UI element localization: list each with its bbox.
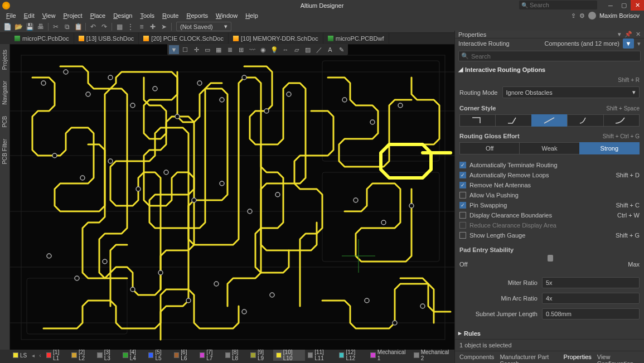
checkbox[interactable]: ✓	[459, 162, 466, 168]
layer-tab[interactable]: [1] L1	[43, 350, 69, 361]
menu-file[interactable]: File	[2, 12, 20, 19]
align2-icon[interactable]: ≣	[225, 45, 235, 54]
menu-window[interactable]: Window	[212, 12, 241, 19]
via-icon[interactable]: ◉	[258, 45, 268, 54]
arrow-icon[interactable]: ➤	[159, 22, 169, 32]
left-tab-pcb-filter[interactable]: PCB Filter	[2, 137, 8, 167]
routing-mode-select[interactable]: Ignore Obstacles▾	[502, 86, 640, 98]
dot-icon[interactable]: ⋮	[125, 22, 135, 32]
menu-view[interactable]: View	[38, 12, 60, 19]
layer-tab[interactable]: [3] L3	[94, 350, 120, 361]
section-routing-options[interactable]: ◢ Interactive Routing Options	[455, 64, 644, 75]
minarc-input[interactable]: 4x	[542, 293, 640, 304]
cut-icon[interactable]: ✂	[51, 22, 61, 32]
gloss-option-off[interactable]: Off	[459, 142, 520, 154]
menu-place[interactable]: Place	[86, 12, 110, 19]
copy-icon[interactable]: ⧉	[62, 22, 72, 32]
left-tab-pcb[interactable]: PCB	[2, 114, 8, 130]
left-tab-projects[interactable]: Projects	[2, 47, 8, 72]
layer-tab[interactable]: [12] L12	[336, 350, 367, 361]
doc-tab[interactable]: [20] PCIE CLOCK.SchDoc	[139, 33, 229, 44]
redo-icon[interactable]: ↷	[99, 22, 109, 32]
bottom-tab-components[interactable]: Components	[459, 354, 494, 363]
layer-tab[interactable]: Mechanical 2	[411, 350, 454, 361]
checkbox[interactable]: ✓	[459, 172, 466, 178]
chevron-down-icon[interactable]: ▾	[637, 40, 641, 47]
avatar[interactable]	[588, 12, 596, 20]
bottom-tab-properties[interactable]: Properties	[564, 354, 592, 363]
layer-tab[interactable]: [4] L4	[120, 350, 146, 361]
grid-icon[interactable]: ▦	[114, 22, 124, 32]
undo-icon[interactable]: ↶	[88, 22, 98, 32]
gloss-option-strong[interactable]: Strong	[579, 142, 640, 154]
pen-icon[interactable]: ✎	[336, 45, 346, 54]
doc-tab[interactable]: microPC.PCBDwf	[323, 33, 389, 44]
new-icon[interactable]: 📄	[2, 22, 12, 32]
pcb-canvas[interactable]: ▼ ☐ ✢ ▭ ▦ ≣ ⊞ 〰 ◉ 💡 ↔ ▱ ▨ ／ A ✎	[10, 44, 454, 350]
layer-tab[interactable]: Mechanical 1	[367, 350, 411, 361]
align-icon[interactable]: ≡	[137, 22, 147, 32]
global-search[interactable]: 🔍	[519, 1, 597, 9]
route-icon[interactable]: 〰	[247, 45, 257, 54]
bottom-tab-manufacturer-part-search[interactable]: Manufacturer Part Search	[500, 354, 558, 363]
cross-icon[interactable]: ✚	[148, 22, 158, 32]
miter-input[interactable]: 5x	[542, 277, 640, 288]
corner-option-1[interactable]	[495, 114, 531, 127]
properties-search[interactable]: 🔍	[458, 51, 641, 61]
rect-icon[interactable]: ▭	[202, 45, 212, 54]
menu-edit[interactable]: Edit	[20, 12, 38, 19]
bulb-icon[interactable]: 💡	[269, 45, 279, 54]
layer-nav-first[interactable]: ◂	[30, 352, 37, 359]
layer-tab[interactable]: [5] L5	[146, 350, 171, 361]
checkbox[interactable]	[459, 212, 466, 219]
save-icon[interactable]: 💾	[25, 22, 35, 32]
menu-design[interactable]: Design	[109, 12, 136, 19]
layer-tab[interactable]: [11] L11	[305, 350, 336, 361]
close-button[interactable]: ✕	[631, 0, 644, 11]
corner-option-4[interactable]	[603, 114, 640, 127]
share-icon[interactable]: ⇪	[571, 12, 576, 20]
panel-close-icon[interactable]: ✕	[636, 31, 641, 38]
save-state[interactable]: (Not Saved)▾	[176, 22, 231, 31]
select-icon[interactable]: ☐	[180, 45, 190, 54]
dim-icon[interactable]: ↔	[280, 45, 290, 54]
section-rules[interactable]: ▸ Rules	[455, 327, 644, 339]
properties-search-input[interactable]	[471, 53, 638, 60]
checkbox[interactable]	[459, 232, 466, 239]
gloss-option-weak[interactable]: Weak	[519, 142, 579, 154]
doc-tab[interactable]: [10] MEMORY-DDR.SchDoc	[229, 33, 323, 44]
open-icon[interactable]: 📂	[13, 22, 23, 32]
subnet-input[interactable]: 0.508mm	[542, 308, 640, 320]
layer-tab[interactable]: [10] L10	[273, 350, 304, 361]
filter-button[interactable]: ▼	[623, 38, 634, 49]
panel-pin-icon[interactable]: 📌	[624, 31, 632, 38]
maximize-button[interactable]: ▢	[617, 0, 631, 11]
doc-tab[interactable]: [13] USB.SchDoc	[74, 33, 139, 44]
menu-tools[interactable]: Tools	[136, 12, 158, 19]
left-tab-navigator[interactable]: Navigator	[2, 79, 8, 107]
corner-option-3[interactable]	[567, 114, 603, 127]
fill-icon[interactable]: ▨	[303, 45, 313, 54]
menu-help[interactable]: Help	[241, 12, 262, 19]
corner-option-0[interactable]	[459, 114, 496, 127]
scope-label[interactable]: Components (and 12 more)	[544, 40, 619, 47]
layer-tab[interactable]: [7] L7	[197, 350, 222, 361]
layer-tab[interactable]: [9] L9	[248, 350, 273, 361]
line-icon[interactable]: ／	[314, 45, 324, 54]
global-search-input[interactable]	[530, 2, 595, 8]
doc-tab[interactable]: microPC.PcbDoc	[10, 33, 74, 44]
place-icon[interactable]: ⊞	[236, 45, 246, 54]
checkbox[interactable]	[459, 222, 466, 229]
layer-tab[interactable]: [2] L2	[69, 350, 94, 361]
panel-dropdown-icon[interactable]: ▾	[618, 31, 621, 38]
menu-route[interactable]: Route	[158, 12, 182, 19]
gear-icon[interactable]: ⚙	[579, 12, 585, 20]
move-icon[interactable]: ✢	[191, 45, 201, 54]
paste-icon[interactable]: 📋	[73, 22, 83, 32]
menu-project[interactable]: Project	[59, 12, 86, 19]
filter-icon[interactable]: ▼	[169, 45, 179, 54]
layer-set[interactable]: LS	[10, 350, 30, 361]
poly-icon[interactable]: ▱	[292, 45, 302, 54]
menu-reports[interactable]: Reports	[182, 12, 212, 19]
checkbox[interactable]: ✓	[459, 182, 466, 188]
